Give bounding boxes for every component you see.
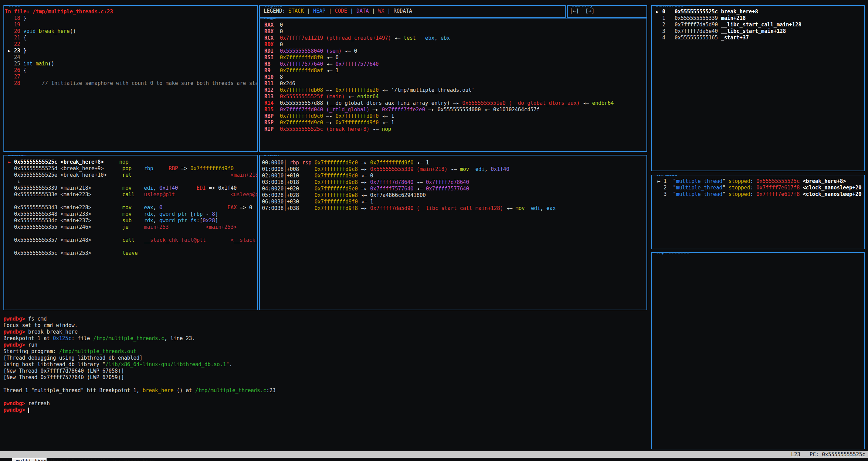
disasm-view: ► 0x55555555525c <break_here+8> nop 0x55…	[4, 155, 257, 310]
text-line: Starting program: /tmp/multiple_threads.…	[3, 348, 644, 355]
text-line: ► 1 "multiple_thread" stopped: 0x5555555…	[657, 178, 864, 185]
text-line: 25 int main()	[5, 61, 257, 67]
text-line: 0x555555555357 <main+248> call __stack_c…	[5, 237, 257, 244]
text-line: 06:0030│+030 0x7fffffffd9f0 ◂— 1	[262, 199, 646, 205]
text-line: [New Thread 0x7ffff7577640 (LWP 67059)]	[3, 374, 644, 381]
text-line: R15 0x7ffff7ffd040 (_rtld_global) —▸ 0x7…	[264, 107, 646, 113]
backtrace-view: ► 0 0x55555555525c break_here+8 1 0x5555…	[652, 6, 864, 171]
text-line: 01:0008│+008 0x7fffffffd9c8 —▸ 0x5555555…	[262, 166, 646, 173]
legend-view: LEGEND: STACK | HEAP | CODE | DATA | WX …	[260, 6, 565, 17]
text-line: 3 "multiple_thread" stopped: 0x7ffff7e61…	[657, 191, 864, 198]
text-line: 0x55555555533e <main+223> call usleep@pl…	[5, 191, 257, 198]
panel-history-title: history	[570, 5, 594, 8]
panel-regs: regs RAX 0RBX 0RCX 0x7ffff7e11219 (pthre…	[259, 18, 647, 152]
stack-view: 00:0000│ rbp rsp 0x7fffffffd9c0 —▸ 0x7ff…	[260, 155, 646, 310]
panel-expressions-title: expressions	[655, 252, 691, 255]
text-line: RBX 0	[264, 28, 646, 35]
text-line	[5, 244, 257, 250]
text-line: pwndbg> break break_here	[3, 329, 644, 335]
text-line: 00:0000│ rbp rsp 0x7fffffffd9c0 —▸ 0x7ff…	[262, 160, 646, 166]
panel-history: history [←] [→]	[567, 5, 647, 18]
text-line: 4 0x555555555165 _start+37	[656, 35, 864, 41]
text-line: R8 0x7ffff7577640 ◂— 0x7ffff7577640	[264, 61, 646, 67]
text-line: R14 0x555555557d88 (__do_global_dtors_au…	[264, 100, 646, 107]
text-line	[5, 230, 257, 237]
text-line: [Thread debugging using libthread_db ena…	[3, 355, 644, 361]
pwndbg-terminal: code In file: /tmp/multiple_threads.c:23…	[0, 0, 868, 461]
text-line: 0x55555555534c <main+237> sub rdx, qword…	[5, 217, 257, 224]
text-line	[5, 198, 257, 204]
text-line: RBP 0x7fffffffd9c0 —▸ 0x7fffffffd9f0 ◂— …	[264, 113, 646, 120]
panel-legend-title: legend	[263, 5, 283, 8]
history-back-button[interactable]: [←]	[570, 8, 579, 14]
text-line: 0x555555555348 <main+233> mov rdx, qword…	[5, 211, 257, 217]
text-line: 22	[5, 41, 257, 48]
text-line: 2 0x7ffff7da5d90 __libc_start_call_main+…	[656, 22, 864, 28]
panel-stack-title: stack	[263, 155, 280, 158]
text-line: LEGEND: STACK | HEAP | CODE | DATA | WX …	[264, 8, 565, 14]
text-line: 0x55555555535c <main+253> leave	[5, 250, 257, 257]
text-line: RDX 0	[264, 41, 646, 48]
text-line: 2 "multiple_thread" stopped: 0x7ffff7e61…	[657, 185, 864, 191]
threads-view: ► 1 "multiple_thread" stopped: 0x5555555…	[652, 175, 864, 249]
panel-regs-title: regs	[263, 18, 277, 21]
status-window-name: multi-thre	[12, 458, 47, 461]
panel-code-title: code	[7, 5, 21, 8]
text-line: Focus set to cmd window.	[3, 322, 644, 329]
text-line: 1 0x555555555339 main+218	[656, 15, 864, 22]
text-line: ► 0x55555555525c <break_here+8> nop	[5, 159, 257, 165]
panel-threads-title: threads	[655, 175, 678, 178]
text-line: 0x555555555343 <main+228> mov eax, 0 EAX…	[5, 204, 257, 211]
console-output[interactable]: pwndbg> fs cmdFocus set to cmd window.pw…	[3, 316, 644, 413]
text-line	[3, 381, 644, 387]
text-line: 05:0028│+028 0x7fffffffd9e8 ◂— 0xf7a4866…	[262, 192, 646, 199]
text-line: 07:0038│+038 0x7fffffffd9f8 —▸ 0x7ffff7d…	[262, 205, 646, 212]
text-line: 21 {	[5, 35, 257, 41]
text-line: ► 23 }	[5, 48, 257, 54]
text-line: pwndbg> refresh	[3, 400, 644, 407]
status-line-pc: L23 PC: 0x55555555525c	[791, 451, 865, 458]
text-line: pwndbg> run	[3, 342, 644, 348]
console-cursor	[28, 408, 29, 413]
text-line: R13 0x55555555525f (main) ◂— endbr64	[264, 94, 646, 100]
panel-stack: stack 00:0000│ rbp rsp 0x7fffffffd9c0 —▸…	[259, 155, 647, 310]
panel-threads: threads ► 1 "multiple_thread" stopped: 0…	[651, 175, 865, 249]
panel-backtrace-title: backtrace	[655, 5, 684, 8]
text-line	[3, 394, 644, 400]
registers-view: RAX 0RBX 0RCX 0x7ffff7e11219 (pthread_cr…	[260, 18, 646, 151]
text-line: Breakpoint 1 at 0x125c: file /tmp/multip…	[3, 335, 644, 342]
text-line: RCX 0x7ffff7e11219 (pthread_create+1497)…	[264, 35, 646, 41]
status-thread-info: Thread 0x7ffff7d797 In: break_here	[47, 458, 155, 461]
code-source-view: In file: /tmp/multiple_threads.c:23 18 }…	[4, 6, 257, 151]
panel-expressions: expressions	[651, 252, 865, 449]
text-line: 0x555555555339 <main+218> mov edi, 0x1f4…	[5, 185, 257, 191]
panel-disasm: disasm ► 0x55555555525c <break_here+8> n…	[3, 155, 258, 310]
text-line: R9 0x7fffffffd8af ◂— 1	[264, 67, 646, 74]
text-line: RSP 0x7fffffffd9c0 —▸ 0x7fffffffd9f0 ◂— …	[264, 120, 646, 126]
text-line: RSI 0x7fffffffd8f0 ◂— 0	[264, 54, 646, 61]
text-line: 20 void break_here()	[5, 28, 257, 35]
text-line: R10 8	[264, 74, 646, 80]
history-forward-button[interactable]: [→]	[585, 8, 594, 14]
text-line: pwndbg>	[3, 407, 644, 413]
status-bar: multi-thre Thread 0x7ffff7d797 In: break…	[0, 451, 868, 458]
text-line: In file: /tmp/multiple_threads.c:23	[5, 9, 257, 15]
text-line: 27	[5, 74, 257, 80]
text-line: pwndbg> fs cmd	[3, 316, 644, 322]
text-line: 24	[5, 54, 257, 61]
text-line: RAX 0	[264, 22, 646, 28]
text-line: 0x55555555525d <break_here+9> pop rbp RB…	[5, 165, 257, 172]
text-line: R11 0x246	[264, 80, 646, 87]
text-line: 04:0020│+020 0x7fffffffd9e0 —▸ 0x7ffff75…	[262, 186, 646, 192]
panel-disasm-title: disasm	[7, 155, 27, 158]
panel-legend: legend LEGEND: STACK | HEAP | CODE | DAT…	[259, 5, 566, 18]
text-line: 3 0x7ffff7da5e40 __libc_start_main+128	[656, 28, 864, 35]
text-line: 18 }	[5, 15, 257, 22]
text-line: R12 0x7fffffffdb08 —▸ 0x7fffffffde20 ◂— …	[264, 87, 646, 94]
text-line: Thread 1 "multiple_thread" hit Breakpoin…	[3, 387, 644, 394]
text-line: 0x555555555355 <main+246> je main+253 <m…	[5, 224, 257, 230]
text-line: Using host libthread_db library "/lib/x8…	[3, 361, 644, 368]
text-line: ↓	[5, 178, 257, 185]
text-line: 28 // Initialize semaphore with count 0 …	[5, 80, 257, 87]
text-line: 26 {	[5, 67, 257, 74]
